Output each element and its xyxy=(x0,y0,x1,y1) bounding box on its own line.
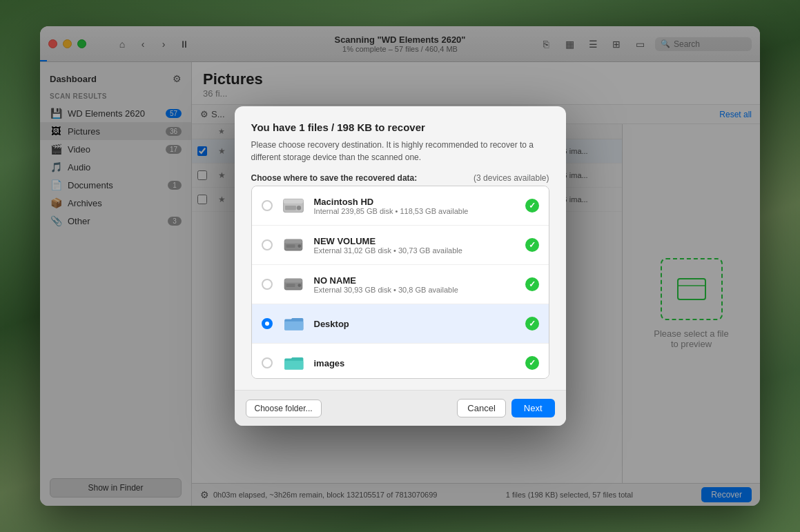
desktop-name: Desktop xyxy=(314,319,517,329)
device-radio-new-volume[interactable] xyxy=(262,239,273,250)
folder-blue-icon xyxy=(282,313,304,335)
device-item-no-name[interactable]: NO NAME External 30,93 GB disk • 30,8 GB… xyxy=(252,265,549,304)
svg-rect-15 xyxy=(284,361,303,370)
macintosh-hd-info: Macintosh HD Internal 239,85 GB disk • 1… xyxy=(314,197,517,215)
device-radio-macintosh-hd[interactable] xyxy=(262,200,273,211)
macintosh-hd-detail: Internal 239,85 GB disk • 118,53 GB avai… xyxy=(314,207,517,215)
svg-rect-4 xyxy=(285,206,296,210)
new-volume-detail: External 31,02 GB disk • 30,73 GB availa… xyxy=(314,246,517,255)
svg-point-13 xyxy=(297,284,301,287)
svg-point-9 xyxy=(297,244,301,248)
device-item-new-volume[interactable]: NEW VOLUME External 31,02 GB disk • 30,7… xyxy=(252,226,549,265)
modal-overlay: You have 1 files / 198 KB to recover Ple… xyxy=(0,0,800,532)
modal-title: You have 1 files / 198 KB to recover xyxy=(251,121,549,133)
new-volume-info: NEW VOLUME External 31,02 GB disk • 30,7… xyxy=(314,236,517,255)
external-drive2-icon xyxy=(282,273,304,295)
svg-rect-7 xyxy=(284,239,302,244)
external-drive-icon xyxy=(282,234,304,256)
device-item-macintosh-hd[interactable]: Macintosh HD Internal 239,85 GB disk • 1… xyxy=(252,186,549,226)
no-name-icon xyxy=(281,272,306,297)
device-radio-images[interactable] xyxy=(262,357,273,368)
no-name-info: NO NAME External 30,93 GB disk • 30,8 GB… xyxy=(314,275,517,294)
device-list: Macintosh HD Internal 239,85 GB disk • 1… xyxy=(251,186,549,379)
recovery-destination-modal: You have 1 files / 198 KB to recover Ple… xyxy=(235,106,566,426)
images-folder-icon xyxy=(281,351,306,375)
svg-rect-8 xyxy=(286,244,295,248)
no-name-check xyxy=(525,277,539,291)
modal-footer-right: Cancel Next xyxy=(457,399,554,417)
new-volume-icon xyxy=(281,233,306,257)
macintosh-hd-icon xyxy=(281,193,306,218)
svg-rect-11 xyxy=(284,279,302,283)
new-volume-name: NEW VOLUME xyxy=(314,236,517,246)
svg-point-5 xyxy=(296,206,300,210)
device-item-images[interactable]: images xyxy=(252,344,549,379)
choose-folder-button[interactable]: Choose folder... xyxy=(246,400,322,417)
hd-drive-icon xyxy=(282,195,304,217)
new-volume-check xyxy=(525,238,539,252)
desktop-check xyxy=(525,317,539,331)
no-name-name: NO NAME xyxy=(314,275,517,286)
images-check xyxy=(525,356,539,370)
modal-description: Please choose recovery destination. It i… xyxy=(251,139,549,164)
images-info: images xyxy=(314,358,517,368)
modal-footer: Choose folder... Cancel Next xyxy=(235,390,566,426)
modal-body: You have 1 files / 198 KB to recover Ple… xyxy=(235,106,566,390)
svg-rect-14 xyxy=(284,322,303,331)
device-radio-desktop[interactable] xyxy=(262,318,273,329)
next-button[interactable]: Next xyxy=(511,399,555,417)
desktop-info: Desktop xyxy=(314,319,517,329)
macintosh-hd-check xyxy=(525,199,539,213)
folder-teal-icon xyxy=(282,352,304,374)
no-name-detail: External 30,93 GB disk • 30,8 GB availab… xyxy=(314,286,517,294)
macintosh-hd-name: Macintosh HD xyxy=(314,197,517,207)
devices-count: (3 devices available) xyxy=(474,173,549,183)
images-name: images xyxy=(314,358,517,368)
svg-rect-12 xyxy=(286,284,295,287)
svg-rect-3 xyxy=(283,199,303,203)
modal-choose-label: Choose where to save the recovered data:… xyxy=(251,173,549,183)
desktop-folder-icon xyxy=(281,311,306,336)
cancel-button[interactable]: Cancel xyxy=(457,399,505,417)
device-item-desktop[interactable]: Desktop xyxy=(252,304,549,344)
choose-label-text: Choose where to save the recovered data: xyxy=(251,173,418,183)
device-radio-no-name[interactable] xyxy=(262,279,273,290)
